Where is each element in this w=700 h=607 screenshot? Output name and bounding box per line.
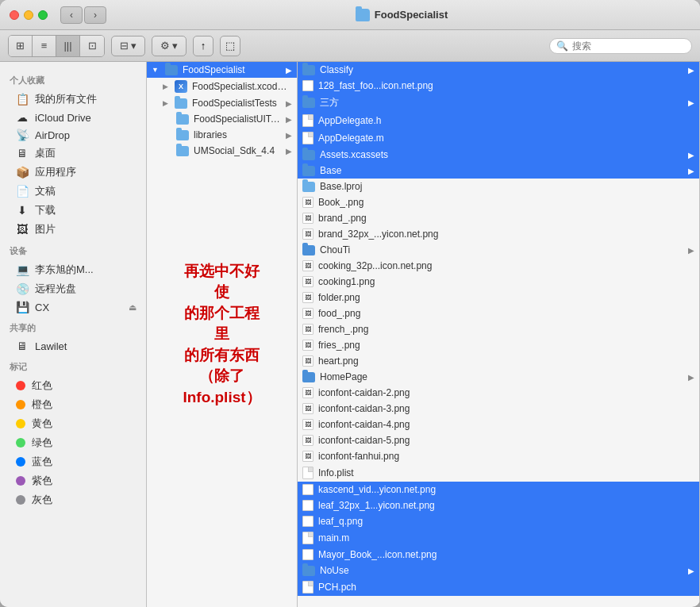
file-item-brand[interactable]: 🖼 brand_.png xyxy=(298,210,699,226)
apps-label: 应用程序 xyxy=(35,165,76,179)
tag-red-label: 红色 xyxy=(32,378,52,393)
lawilet-icon: 🖥 xyxy=(16,340,29,352)
right-pane: Classify ▶ 🖼 128_fast_foo...icon.net.png… xyxy=(298,62,700,607)
file-item-128fast[interactable]: 🖼 128_fast_foo...icon.net.png xyxy=(298,78,699,94)
file-item-leafq[interactable]: 🖼 leaf_q.png xyxy=(298,513,699,529)
sidebar-item-tag-purple[interactable]: 紫色 xyxy=(0,471,146,490)
file-name: heart.png xyxy=(318,355,694,367)
forward-button[interactable]: › xyxy=(84,6,106,24)
doc-icon xyxy=(302,467,313,479)
doc-icon xyxy=(302,114,313,127)
file-item-info-plist[interactable]: Info.plist xyxy=(298,464,699,482)
maximize-button[interactable] xyxy=(38,10,48,20)
file-item-base-lproj[interactable]: Base.lproj xyxy=(298,179,699,194)
sidebar-item-cx[interactable]: 💾 CX ⏏ xyxy=(0,298,146,316)
file-item-mayor[interactable]: 🖼 Mayor_Book_...icon.net.png xyxy=(298,547,699,563)
file-name: brand_32px_...yicon.net.png xyxy=(318,229,694,240)
file-item-appdelegate-m[interactable]: AppDelegate.m xyxy=(298,129,699,147)
file-item-leaf32[interactable]: 🖼 leaf_32px_1...yicon.net.png xyxy=(298,498,699,513)
file-item-iconfont2[interactable]: 🖼 iconfont-caidan-2.png xyxy=(298,385,699,401)
view-list-button[interactable]: ≡ xyxy=(33,36,56,56)
file-item-uitests[interactable]: FoodSpecialistUITests ▶ xyxy=(147,111,297,127)
sidebar-item-tag-gray[interactable]: 灰色 xyxy=(0,490,146,509)
action-button[interactable]: ⚙ ▾ xyxy=(152,36,187,56)
sidebar: 个人收藏 📋 我的所有文件 ☁ iCloud Drive 📡 AirDrop 🖥… xyxy=(0,62,147,607)
right-arrow: ▶ xyxy=(688,151,694,159)
file-item-pch[interactable]: PCH.pch xyxy=(298,578,699,596)
window-title: FoodSpecialist xyxy=(113,9,690,21)
sidebar-item-apps[interactable]: 📦 应用程序 xyxy=(0,163,146,182)
file-item-chouti[interactable]: ChouTi ▶ xyxy=(298,242,699,258)
view-icons-button[interactable]: ⊞ xyxy=(9,36,33,56)
file-item-iconfont-fanhui[interactable]: 🖼 iconfont-fanhui.png xyxy=(298,448,699,464)
sidebar-item-tag-blue[interactable]: 蓝色 xyxy=(0,452,146,471)
sidebar-item-airdrop[interactable]: 📡 AirDrop xyxy=(0,126,146,144)
file-item-appdelegate-h[interactable]: AppDelegate.h xyxy=(298,112,699,129)
arrange-button[interactable]: ⊟ ▾ xyxy=(111,36,145,56)
sidebar-item-tag-orange[interactable]: 橙色 xyxy=(0,395,146,414)
file-item-brand32px[interactable]: 🖼 brand_32px_...yicon.net.png xyxy=(298,226,699,242)
file-item-french[interactable]: 🖼 french_.png xyxy=(298,321,699,337)
file-item-mainm[interactable]: main.m xyxy=(298,529,699,547)
view-columns-button[interactable]: ||| xyxy=(56,36,80,56)
file-item-heart[interactable]: 🖼 heart.png xyxy=(298,353,699,369)
file-item-tests[interactable]: ▶ FoodSpecialistTests ▶ xyxy=(147,95,297,111)
folder-icon xyxy=(302,182,315,192)
folder-icon xyxy=(176,114,189,125)
file-item-food[interactable]: 🖼 food_.png xyxy=(298,305,699,321)
file-item-libraries[interactable]: libraries ▶ xyxy=(147,127,297,143)
file-name: brand_.png xyxy=(318,213,694,224)
doc-icon xyxy=(302,532,313,544)
file-item-iconfont4[interactable]: 🖼 iconfont-caidan-4.png xyxy=(298,417,699,432)
sidebar-item-desktop[interactable]: 🖥 桌面 xyxy=(0,144,146,163)
file-item-umsocial[interactable]: UMSocial_Sdk_4.4 ▶ xyxy=(147,143,297,159)
sidebar-item-tag-yellow[interactable]: 黄色 xyxy=(0,414,146,433)
sidebar-item-all-files[interactable]: 📋 我的所有文件 xyxy=(0,90,146,109)
search-box[interactable]: 🔍 xyxy=(549,38,692,54)
sidebar-item-tag-green[interactable]: 绿色 xyxy=(0,433,146,452)
file-name: fries_.png xyxy=(318,340,694,351)
sidebar-item-photos[interactable]: 🖼 图片 xyxy=(0,220,146,239)
file-item-iconfont5[interactable]: 🖼 iconfont-caidan-5.png xyxy=(298,432,699,448)
view-options: ⊞ ≡ ||| ⊡ xyxy=(8,35,105,57)
file-item-homepage[interactable]: HomePage ▶ xyxy=(298,369,699,385)
eject-icon[interactable]: ⏏ xyxy=(129,302,137,313)
file-name: Base xyxy=(320,165,683,176)
sidebar-item-icloud[interactable]: ☁ iCloud Drive xyxy=(0,109,146,126)
file-item-nouse[interactable]: NoUse ▶ xyxy=(298,563,699,578)
minimize-button[interactable] xyxy=(24,10,33,20)
file-name: kascend_vid...yicon.net.png xyxy=(318,484,694,495)
file-item-kascend[interactable]: 🖼 kascend_vid...yicon.net.png xyxy=(298,482,699,498)
tag-button[interactable]: ⬚ xyxy=(220,36,240,56)
file-item-assets[interactable]: Assets.xcassets ▶ xyxy=(298,147,699,163)
search-input[interactable] xyxy=(572,40,685,52)
file-item-base[interactable]: Base ▶ xyxy=(298,163,699,179)
file-item-sanfang[interactable]: 三方 ▶ xyxy=(298,94,699,112)
sidebar-item-mac[interactable]: 💻 李东旭的M... xyxy=(0,260,146,279)
right-arrow: ▶ xyxy=(286,147,292,156)
view-cover-button[interactable]: ⊡ xyxy=(80,36,104,56)
file-name: Assets.xcassets xyxy=(320,149,683,160)
sidebar-item-docs[interactable]: 📄 文稿 xyxy=(0,182,146,201)
sidebar-item-tag-red[interactable]: 红色 xyxy=(0,376,146,395)
back-button[interactable]: ‹ xyxy=(60,6,83,24)
tag-gray-dot xyxy=(16,495,25,505)
image-icon: 🖼 xyxy=(302,484,313,495)
close-button[interactable] xyxy=(10,10,19,20)
tags-section-header: 标记 xyxy=(0,355,146,376)
file-item-iconfont3[interactable]: 🖼 iconfont-caidan-3.png xyxy=(298,401,699,417)
share-button[interactable]: ↑ xyxy=(193,36,213,56)
file-item-xcodeproj[interactable]: ▶ X FoodSpecialist.xcodeproj xyxy=(147,78,297,95)
file-item-classify[interactable]: Classify ▶ xyxy=(298,62,699,78)
file-item-cooking32px[interactable]: 🖼 cooking_32p...icon.net.png xyxy=(298,258,699,274)
file-name: FoodSpecialistTests xyxy=(192,98,281,109)
sidebar-item-downloads[interactable]: ⬇ 下载 xyxy=(0,201,146,220)
tag-orange-label: 橙色 xyxy=(32,398,52,412)
file-item-cooking1[interactable]: 🖼 cooking1.png xyxy=(298,274,699,290)
sidebar-item-lawilet[interactable]: 🖥 Lawilet xyxy=(0,337,146,355)
file-item-fries[interactable]: 🖼 fries_.png xyxy=(298,337,699,353)
file-item-book[interactable]: 🖼 Book_.png xyxy=(298,194,699,210)
file-item-folder[interactable]: 🖼 folder.png xyxy=(298,290,699,305)
file-item-foodspecialist-root[interactable]: ▼ FoodSpecialist ▶ xyxy=(147,62,297,78)
sidebar-item-remote[interactable]: 💿 远程光盘 xyxy=(0,279,146,298)
